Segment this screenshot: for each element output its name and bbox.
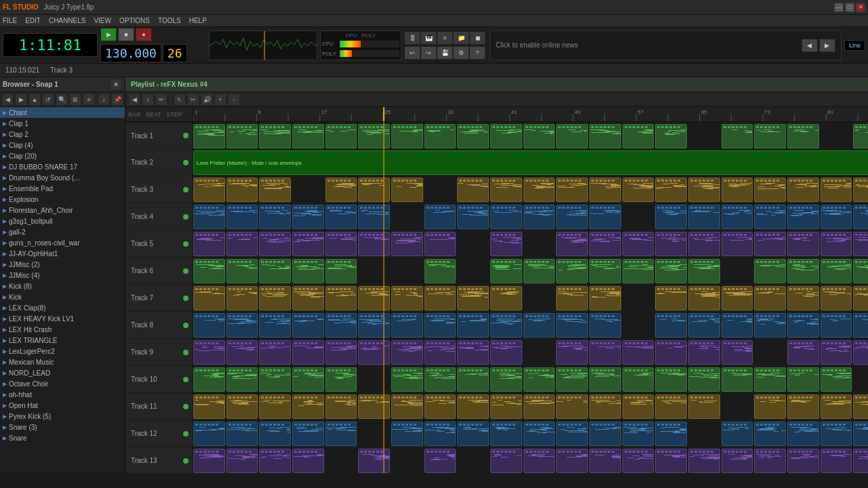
- pattern-block[interactable]: [326, 124, 357, 148]
- pattern-block[interactable]: [193, 124, 225, 148]
- menu-edit[interactable]: EDIT: [25, 17, 41, 24]
- pattern-block[interactable]: [556, 449, 588, 473]
- track-mute-button[interactable]: [183, 404, 189, 409]
- pattern-block[interactable]: [589, 232, 621, 256]
- pattern-block[interactable]: [226, 259, 258, 283]
- pattern-block[interactable]: [821, 205, 852, 229]
- pattern-block[interactable]: [754, 422, 786, 446]
- pattern-block[interactable]: [259, 367, 291, 392]
- pattern-block[interactable]: [425, 259, 456, 283]
- pattern-block[interactable]: [821, 340, 852, 365]
- browser-item[interactable]: ▶Clap 1: [0, 118, 125, 129]
- pattern-block[interactable]: [754, 367, 786, 392]
- pattern-block[interactable]: [226, 313, 258, 338]
- pattern-block[interactable]: [655, 367, 687, 392]
- browser-note-button[interactable]: ♪: [98, 94, 110, 106]
- track-label[interactable]: Track 4: [125, 203, 193, 230]
- pattern-block[interactable]: [556, 259, 588, 283]
- track-mute-button[interactable]: [183, 458, 189, 464]
- undo-icon[interactable]: ↩: [404, 46, 420, 60]
- menu-channels[interactable]: CHANNELS: [49, 17, 85, 24]
- pattern-block[interactable]: [326, 178, 357, 202]
- pattern-block[interactable]: [326, 340, 357, 365]
- pattern-block[interactable]: [556, 178, 588, 202]
- pattern-block[interactable]: [589, 422, 621, 446]
- playlist-icon[interactable]: ≡: [437, 31, 453, 45]
- stop-button[interactable]: ■: [118, 28, 134, 41]
- pattern-block[interactable]: [259, 313, 291, 338]
- pattern-block[interactable]: [524, 449, 555, 473]
- pattern-block[interactable]: [259, 449, 291, 473]
- pattern-block[interactable]: [193, 394, 225, 419]
- pattern-block[interactable]: [226, 124, 258, 148]
- pattern-block[interactable]: [457, 340, 489, 365]
- pattern-block[interactable]: [292, 340, 324, 365]
- pattern-block[interactable]: [754, 394, 786, 419]
- pattern-block[interactable]: [655, 124, 687, 148]
- pattern-block[interactable]: [259, 178, 291, 202]
- pattern-block[interactable]: [722, 340, 753, 365]
- pattern-block[interactable]: [326, 286, 357, 310]
- pattern-block[interactable]: [754, 124, 786, 148]
- pattern-block[interactable]: [655, 422, 687, 446]
- pattern-block[interactable]: [259, 340, 291, 365]
- pattern-block[interactable]: [787, 449, 819, 473]
- pattern-block[interactable]: [524, 259, 555, 283]
- pattern-block[interactable]: [722, 449, 753, 473]
- browser-item[interactable]: ▶Kick: [0, 291, 125, 302]
- pattern-block[interactable]: [193, 232, 225, 256]
- piano-roll-icon[interactable]: 🎹: [420, 31, 437, 45]
- pattern-block[interactable]: [589, 205, 621, 229]
- pattern-block[interactable]: [391, 313, 423, 338]
- pattern-block[interactable]: [391, 124, 423, 148]
- pattern-block[interactable]: [589, 313, 621, 338]
- pattern-block[interactable]: [722, 313, 753, 338]
- browser-item[interactable]: ▶LEX Hit Crash: [0, 324, 125, 335]
- pattern-block[interactable]: [490, 313, 522, 338]
- pattern-block[interactable]: [853, 422, 868, 446]
- pattern-block[interactable]: [292, 313, 324, 338]
- pattern-block[interactable]: [556, 340, 588, 365]
- pattern-block[interactable]: [623, 449, 654, 473]
- track-row[interactable]: [193, 176, 868, 203]
- pattern-block[interactable]: [490, 124, 522, 148]
- browser-item[interactable]: ▶Mexican Music: [0, 357, 125, 367]
- pattern-block[interactable]: [655, 259, 687, 283]
- pattern-block[interactable]: [425, 340, 456, 365]
- pattern-block[interactable]: [787, 394, 819, 419]
- browser-item[interactable]: ▶LEX HEAVY Kick LV1: [0, 313, 125, 324]
- pattern-block[interactable]: [358, 340, 390, 365]
- browser-item[interactable]: ▶JJMisc (4): [0, 270, 125, 281]
- pattern-block[interactable]: [425, 367, 456, 392]
- browser-item[interactable]: ▶Chant: [0, 107, 125, 118]
- bpm-display[interactable]: 130.000: [100, 44, 161, 62]
- pattern-block[interactable]: [457, 286, 489, 310]
- pattern-block[interactable]: [226, 367, 258, 392]
- browser-icon[interactable]: 📁: [453, 31, 469, 45]
- pattern-block[interactable]: [358, 178, 390, 202]
- pattern-block[interactable]: [425, 232, 456, 256]
- playlist-tool2-button[interactable]: ✂: [187, 94, 199, 106]
- pattern-block[interactable]: [292, 449, 324, 473]
- browser-item[interactable]: ▶oh-hhat: [0, 389, 125, 400]
- record-button[interactable]: ●: [136, 28, 152, 41]
- pattern-block[interactable]: [425, 205, 456, 229]
- pattern-block[interactable]: [326, 232, 357, 256]
- pattern-block[interactable]: [853, 394, 868, 419]
- track-mute-button[interactable]: [183, 296, 189, 301]
- pattern-block[interactable]: [853, 313, 868, 338]
- track-mute-button[interactable]: [183, 133, 189, 138]
- pattern-block[interactable]: [623, 422, 654, 446]
- pattern-block[interactable]: [623, 367, 654, 392]
- pattern-block[interactable]: [490, 340, 522, 365]
- pattern-block[interactable]: [292, 394, 324, 419]
- pattern-block[interactable]: [589, 367, 621, 392]
- browser-item[interactable]: ▶g3sg1_boltpull: [0, 216, 125, 226]
- pattern-block[interactable]: [623, 124, 654, 148]
- browser-item[interactable]: ▶LexLugerPerc2: [0, 346, 125, 357]
- pattern-block[interactable]: [853, 340, 868, 365]
- pattern-block[interactable]: [754, 205, 786, 229]
- pattern-block[interactable]: [556, 394, 588, 419]
- pattern-block[interactable]: [754, 313, 786, 338]
- pattern-block[interactable]: [589, 124, 621, 148]
